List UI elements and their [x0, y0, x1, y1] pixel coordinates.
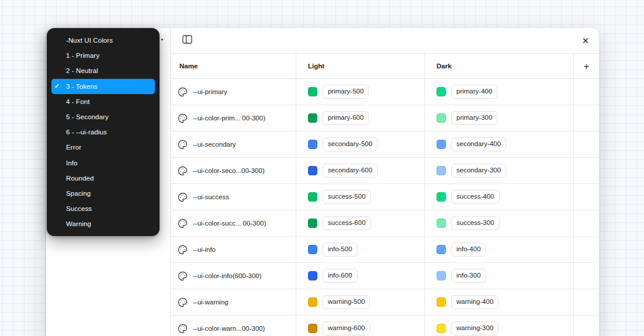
- color-swatch: [308, 245, 317, 254]
- token-name-cell[interactable]: --ui-info: [171, 237, 296, 262]
- table-row: --ui-color-seco...00-300) secondary-600 …: [171, 158, 599, 184]
- token-name: --ui-color-info(600-300): [193, 272, 262, 279]
- collection-selector-dot: [161, 39, 163, 40]
- menu-item[interactable]: Rounded: [47, 171, 160, 186]
- menu-item-label: 1 - Primary: [66, 52, 99, 59]
- color-swatch: [437, 192, 446, 202]
- light-value-cell[interactable]: secondary-600: [296, 158, 425, 183]
- alias-badge: warning-300: [451, 321, 498, 335]
- menu-item[interactable]: ✓ 3 - Tokens: [51, 79, 155, 94]
- light-value-cell[interactable]: success-600: [296, 210, 425, 236]
- token-name-cell[interactable]: --ui-secondary: [171, 131, 296, 157]
- header-light: Light: [296, 54, 425, 78]
- alias-badge: secondary-500: [323, 137, 378, 151]
- add-mode-button[interactable]: +: [584, 61, 590, 71]
- alias-badge: secondary-300: [451, 164, 506, 177]
- palette-icon: [177, 323, 188, 334]
- token-name: --ui-info: [193, 246, 216, 253]
- header-dark: Dark: [425, 54, 574, 78]
- token-name-cell[interactable]: --ui-warning: [171, 289, 296, 315]
- alias-badge: secondary-400: [451, 137, 506, 151]
- token-name: --ui-primary: [193, 88, 227, 95]
- alias-badge: warning-400: [451, 295, 498, 309]
- menu-item[interactable]: 6 - --ui-radius: [47, 124, 160, 140]
- table-row: --ui-primary primary-500 primary-400: [171, 79, 599, 105]
- menu-item[interactable]: 2 - Neutral: [47, 63, 160, 78]
- menu-item[interactable]: Spacing: [47, 186, 160, 201]
- dark-value-cell[interactable]: success-300: [425, 210, 574, 236]
- dark-value-cell[interactable]: secondary-300: [425, 158, 574, 183]
- token-name-cell[interactable]: --ui-color-info(600-300): [171, 263, 296, 289]
- color-swatch: [308, 140, 317, 149]
- token-name-cell[interactable]: --ui-color-prim... 00-300): [171, 105, 296, 131]
- close-button[interactable]: ✕: [578, 33, 593, 49]
- palette-icon: [177, 271, 188, 281]
- panel-content: ✕ Name Light Dark + --ui-primary: [171, 28, 599, 336]
- light-value-cell[interactable]: secondary-500: [296, 131, 425, 157]
- sidebar-toggle-button[interactable]: [180, 34, 194, 48]
- token-name: --ui-color-succ... 00-300): [193, 220, 266, 227]
- menu-item-label: 4 - Font: [66, 98, 89, 105]
- color-swatch: [308, 324, 317, 333]
- menu-item[interactable]: 1 - Primary: [47, 48, 160, 63]
- menu-item-label: 3 - Tokens: [66, 83, 98, 90]
- light-value-cell[interactable]: info-500: [296, 237, 425, 262]
- menu-item[interactable]: -Nuxt UI Colors: [47, 33, 160, 48]
- row-spacer-cell: [574, 210, 599, 236]
- table-row: --ui-success success-500 success-400: [171, 184, 599, 210]
- light-value-cell[interactable]: warning-500: [296, 289, 425, 315]
- color-swatch: [308, 219, 317, 228]
- light-value-cell[interactable]: primary-500: [296, 79, 425, 105]
- menu-item-label: -Nuxt UI Colors: [66, 37, 113, 44]
- menu-item[interactable]: Info: [47, 155, 160, 171]
- alias-badge: warning-600: [323, 321, 370, 335]
- token-name: --ui-color-seco...00-300): [193, 167, 265, 174]
- dark-value-cell[interactable]: info-400: [425, 237, 574, 262]
- dark-value-cell[interactable]: primary-400: [425, 79, 574, 105]
- palette-icon: [177, 244, 188, 255]
- light-value-cell[interactable]: warning-600: [296, 316, 425, 336]
- table-row: --ui-warning warning-500 warning-400: [171, 289, 599, 316]
- color-swatch: [437, 140, 446, 149]
- token-name-cell[interactable]: --ui-primary: [171, 79, 296, 105]
- palette-icon: [177, 139, 188, 150]
- dark-value-cell[interactable]: info-300: [425, 263, 574, 289]
- token-name-cell[interactable]: --ui-success: [171, 184, 296, 210]
- alias-badge: secondary-600: [323, 164, 378, 177]
- dark-value-cell[interactable]: primary-300: [425, 105, 574, 131]
- dark-value-cell[interactable]: success-400: [425, 184, 574, 210]
- dark-value-cell[interactable]: warning-400: [425, 289, 574, 315]
- token-name-cell[interactable]: --ui-color-warn...00-300): [171, 316, 296, 336]
- palette-icon: [177, 192, 188, 202]
- menu-item[interactable]: 5 - Secondary: [47, 109, 160, 124]
- menu-item[interactable]: Success: [47, 201, 160, 216]
- menu-item-label: Success: [66, 205, 92, 212]
- menu-item[interactable]: Warning: [47, 216, 160, 231]
- token-name: --ui-success: [193, 193, 229, 200]
- dark-value-cell[interactable]: warning-300: [425, 316, 574, 336]
- color-swatch: [437, 245, 446, 254]
- light-value-cell[interactable]: info-600: [296, 263, 425, 289]
- color-swatch: [308, 166, 317, 175]
- menu-item[interactable]: Error: [47, 140, 160, 155]
- color-swatch: [308, 192, 317, 202]
- alias-badge: success-500: [323, 190, 371, 203]
- token-name-cell[interactable]: --ui-color-seco...00-300): [171, 158, 296, 183]
- menu-item-label: Spacing: [66, 190, 91, 197]
- light-value-cell[interactable]: success-500: [296, 184, 425, 210]
- alias-badge: success-300: [451, 216, 500, 230]
- palette-icon: [177, 218, 188, 228]
- palette-icon: [177, 113, 188, 123]
- color-swatch: [308, 113, 317, 123]
- color-swatch: [437, 219, 446, 228]
- palette-icon: [177, 297, 188, 307]
- table-row: --ui-info info-500 info-400: [171, 237, 599, 263]
- token-name-cell[interactable]: --ui-color-succ... 00-300): [171, 210, 296, 236]
- menu-item[interactable]: 4 - Font: [47, 94, 160, 109]
- light-value-cell[interactable]: primary-600: [296, 105, 425, 131]
- row-spacer-cell: [574, 237, 599, 262]
- menu-item-label: Rounded: [66, 175, 94, 182]
- color-swatch: [308, 297, 317, 307]
- dark-value-cell[interactable]: secondary-400: [425, 131, 574, 157]
- color-swatch: [437, 87, 446, 96]
